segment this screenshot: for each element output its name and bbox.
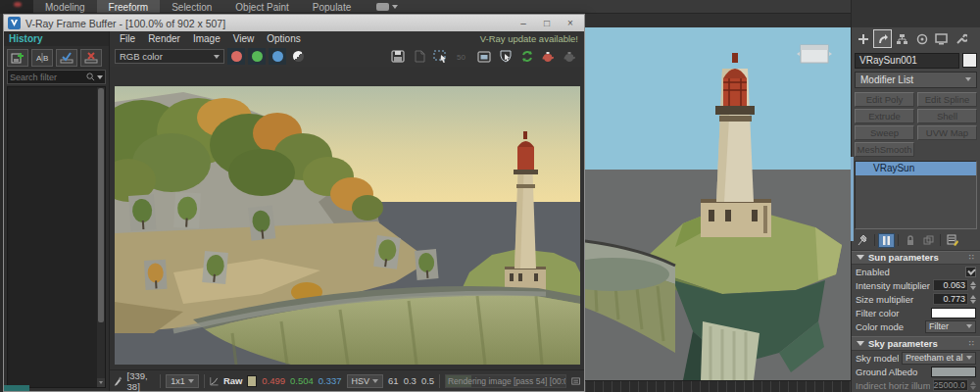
ribbon-tab-modeling[interactable]: Modeling (33, 0, 97, 13)
tab-utilities[interactable] (952, 29, 970, 48)
configure-modifier-sets-icon[interactable] (944, 233, 960, 248)
menu-options[interactable]: Options (261, 33, 306, 44)
tab-modify[interactable] (873, 29, 892, 48)
tab-motion[interactable] (912, 29, 931, 48)
size-multiplier-spinner[interactable]: 0.773 (933, 293, 976, 305)
rollout-sky-parameters[interactable]: Sky parameters ∷ (852, 336, 980, 351)
ribbon-tab-selection[interactable]: Selection (160, 0, 223, 13)
ribbon-tab-freeform[interactable]: Freeform (97, 0, 161, 13)
history-panel-title: History (4, 31, 109, 46)
enabled-checkbox[interactable] (965, 267, 976, 277)
close-button[interactable]: × (559, 16, 582, 30)
search-input[interactable] (10, 73, 86, 82)
channel-select[interactable]: RGB color (115, 49, 224, 64)
ribbon-minimize-control[interactable] (376, 0, 398, 13)
track-mouse-icon[interactable] (496, 48, 514, 65)
intensity-multiplier-spinner[interactable]: 0.063 (933, 279, 976, 291)
modifier-list-dropdown[interactable]: Modifier List (855, 72, 977, 88)
duplicate-window-icon[interactable] (474, 48, 493, 65)
maximize-button[interactable]: □ (535, 16, 559, 30)
ground-albedo-label: Ground Albedo (856, 367, 928, 377)
lock-stack-icon[interactable] (902, 233, 918, 248)
stack-item-vraysun[interactable]: VRaySun (856, 162, 976, 175)
menu-file[interactable]: File (114, 33, 141, 44)
region-render-icon[interactable] (431, 48, 450, 65)
ribbon-tab-object-paint[interactable]: Object Paint (223, 0, 300, 13)
size-multiplier-value[interactable]: 0.773 (933, 293, 968, 305)
scrollbar-down-button[interactable] (97, 378, 105, 387)
tab-display[interactable] (932, 29, 951, 48)
menu-image[interactable]: Image (187, 33, 226, 44)
red-value: 0.499 (262, 375, 285, 386)
green-channel-button[interactable] (248, 48, 266, 65)
extrude-button[interactable]: Extrude (855, 109, 914, 123)
shell-button[interactable]: Shell (917, 109, 977, 123)
spinner-arrows[interactable] (970, 295, 976, 304)
color-space-select[interactable]: HSV (347, 374, 384, 388)
clamp-colors-icon[interactable]: 50 (453, 48, 471, 65)
history-ab-compare-button[interactable]: AB (31, 49, 53, 67)
tab-hierarchy[interactable] (893, 29, 911, 48)
meshsmooth-button[interactable]: MeshSmooth (855, 142, 914, 157)
sky-model-dropdown[interactable]: Preetham et al. (902, 352, 976, 365)
blue-channel-button[interactable] (269, 48, 286, 65)
search-icon (86, 73, 95, 81)
spinner-arrows[interactable] (970, 281, 976, 290)
command-panel-tabs (852, 27, 980, 51)
rendered-image[interactable] (115, 86, 580, 365)
show-end-result-icon[interactable] (878, 233, 895, 248)
render-last-teapot-icon[interactable] (539, 48, 558, 65)
rollout-sun-parameters[interactable]: Sun parameters ∷ (852, 251, 980, 266)
ribbon-tab-populate[interactable]: Populate (301, 0, 363, 13)
pin-stack-icon[interactable] (855, 233, 871, 248)
chevron-down-icon[interactable] (97, 75, 103, 79)
tab-create[interactable] (854, 29, 872, 48)
vray-logo-icon (8, 17, 21, 29)
history-list[interactable] (7, 86, 106, 388)
color-mode-dropdown[interactable]: Filter (925, 320, 976, 333)
expand-log-icon[interactable] (571, 376, 580, 386)
pixel-probe-icon (114, 375, 122, 387)
panel-top-strip (852, 0, 980, 27)
minimize-button[interactable]: – (512, 16, 535, 30)
filter-color-swatch[interactable] (931, 308, 976, 318)
vfb-title-bar[interactable]: V-Ray Frame Buffer - [100.0% of 902 x 50… (4, 15, 584, 31)
history-scrollbar[interactable] (97, 87, 105, 387)
viewport-top-strip (585, 14, 851, 27)
indirect-horiz-illum-value: 25000.0 (933, 379, 968, 391)
sweep-button[interactable]: Sweep (855, 125, 914, 140)
history-set-a-button[interactable] (56, 49, 77, 67)
vray-update-notice[interactable]: V-Ray update available! (480, 33, 584, 44)
edit-poly-button[interactable]: Edit Poly (855, 92, 914, 107)
svg-text:B: B (43, 54, 48, 63)
curve-icon[interactable] (210, 375, 219, 387)
menu-render[interactable]: Render (142, 33, 186, 44)
make-unique-icon[interactable] (920, 233, 937, 248)
modifier-stack[interactable]: VRaySun (855, 161, 977, 229)
max-viewport[interactable] (585, 14, 851, 392)
intensity-multiplier-value[interactable]: 0.063 (933, 279, 968, 291)
zoom-level-select[interactable]: 1x1 (166, 374, 199, 388)
timeline-bar[interactable] (585, 380, 851, 392)
history-delete-button[interactable] (80, 49, 102, 67)
rollout-grip-icon: ∷ (969, 339, 975, 348)
uvw-map-button[interactable]: UVW Map (917, 125, 977, 140)
display-mode-label[interactable]: Raw (223, 375, 243, 386)
save-image-icon[interactable] (388, 48, 407, 65)
red-channel-button[interactable] (227, 48, 245, 65)
object-name-field[interactable]: VRaySun001 (855, 53, 959, 69)
object-color-swatch[interactable] (962, 53, 977, 68)
ground-albedo-swatch[interactable] (931, 367, 976, 377)
history-search-box[interactable] (7, 70, 106, 84)
menu-view[interactable]: View (227, 33, 261, 44)
scrollbar-thumb[interactable] (98, 88, 104, 322)
vfb-status-bar: [339, 38] 1x1 Raw 0.499 0.504 0.337 HSV … (110, 369, 584, 391)
monochrome-button[interactable] (289, 48, 307, 65)
stop-render-teapot-icon[interactable] (561, 48, 579, 65)
copy-image-icon[interactable] (410, 48, 428, 65)
history-save-button[interactable] (7, 49, 28, 67)
value-value: 0.5 (421, 375, 434, 386)
refresh-icon[interactable] (517, 48, 536, 65)
panel-scrollbar[interactable] (851, 157, 854, 241)
edit-spline-button[interactable]: Edit Spline (917, 92, 977, 107)
